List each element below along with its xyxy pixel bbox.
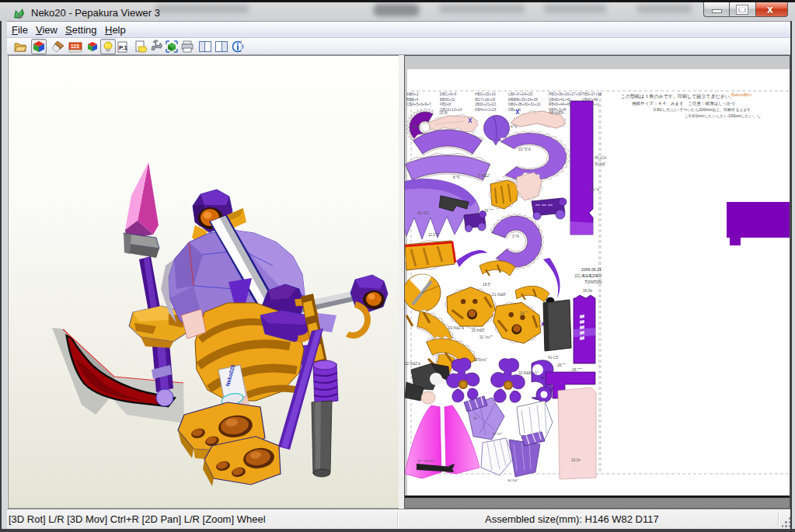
svg-text:7.%&2ˇ: 7.%&2ˇ: [478, 174, 490, 178]
svg-text:こ0.印1mmしたいしたい100mmしたい。し: こ0.印1mmしたいしたい100mmしたい。し: [685, 113, 761, 119]
svg-text:この型紙は１枚のみです。印刷して組立てぎださい。: この型紙は１枚のみです。印刷して組立てぎださい。: [621, 93, 734, 99]
svg-text:LBK+F+24+25: LBK+F+24+25: [508, 92, 532, 96]
svg-text:BalmdBrv: BalmdBrv: [731, 92, 751, 97]
svg-text:用紙サイズ：Ａ４、みます ご注意：紙厚はしっかり: 用紙サイズ：Ａ４、みます ご注意：紙厚はしっかり: [632, 101, 736, 106]
svg-text:123: 123: [71, 43, 79, 49]
svg-text:43.ˇA: 43.ˇA: [591, 188, 600, 192]
svg-text:39.0b: 39.0b: [583, 289, 592, 293]
svg-text:MBBB+33+34+35: MBBB+33+34+35: [508, 98, 538, 102]
svg-text:23.2n: 23.2n: [571, 458, 581, 462]
svg-text:41-C5: 41-C5: [548, 356, 558, 360]
svg-text:15.5r: 15.5r: [439, 111, 448, 115]
svg-text:25.%&5ˇ: 25.%&5ˇ: [472, 329, 486, 332]
svg-text:35.!ˇ/!&/CC/ˇ: 35.!ˇ/!&/CC/ˇ: [417, 459, 436, 463]
svg-text:32.%&2ˇa: 32.%&2ˇa: [405, 362, 420, 366]
svg-text:34.%&ˇˇ: 34.%&ˇˇ: [507, 478, 520, 482]
svg-text:0.81/し/たにいでついたら100mm以上、印刷するとき0: 0.81/し/たにいでついたら100mm以上、印刷するとき0: [654, 107, 750, 113]
svg-text:TB5+37+38: TB5+37+38: [582, 92, 601, 96]
svg-text:8.*0: 8.*0: [453, 176, 460, 179]
svg-text:5.*0: 5.*0: [413, 125, 420, 129]
svg-text:2006.06.21: 2006.06.21: [581, 267, 601, 272]
svg-text:10.*0ˇA: 10.*0ˇA: [518, 148, 532, 151]
svg-text:ABN+2: ABN+2: [406, 92, 419, 96]
svg-text:33.%2ˇˇ: 33.%2ˇˇ: [492, 432, 504, 436]
svg-text:DBC+8+9: DBC+8+9: [440, 92, 456, 96]
svg-text:P.1: P.1: [119, 44, 128, 51]
svg-text:32.%&8(m/)ˇ: 32.%&8(m/)ˇ: [518, 371, 539, 375]
svg-text:KBH+I+J+23: KBH+I+J+23: [475, 108, 497, 112]
svg-text:16.%&5r: 16.%&5r: [549, 111, 564, 115]
svg-text:TONTON: TONTON: [584, 280, 601, 284]
svg-text:(C) ÆΔÆΖÆΗ: (C) ÆΔÆΖÆΗ: [574, 273, 601, 278]
svg-text:3.*A: 3.*A: [512, 235, 520, 238]
svg-text:36.ˇˇ: 36.ˇˇ: [473, 416, 480, 420]
svg-text:IB17+18+19: IB17+18+19: [475, 98, 495, 102]
svg-text:24.ˇˇ: 24.ˇˇ: [520, 311, 528, 315]
svg-text:QB40+41+42: QB40+41+42: [549, 98, 571, 102]
svg-text:JB00+21+22: JB00+21+22: [475, 103, 497, 106]
svg-text:28.ˇˇˇˇ: 28.ˇˇˇˇ: [572, 368, 582, 372]
svg-text:31.ˇ/m/ˇˇ: 31.ˇ/m/ˇˇ: [479, 336, 493, 339]
svg-text:18.5ˇ: 18.5ˇ: [483, 283, 491, 287]
svg-text:PBO+36+26+27+39: PBO+36+26+27+39: [549, 92, 582, 96]
svg-text:31.5(m/)ˇ: 31.5(m/)ˇ: [473, 358, 488, 362]
svg-text:28.ˇˇˇ: 28.ˇˇˇ: [557, 363, 566, 367]
svg-text:BB00+11: BB00+11: [440, 98, 455, 102]
svg-text:42.-CC: 42.-CC: [417, 211, 430, 215]
svg-text:NB0+28+30+31+32: NB0+28+30+31+32: [508, 103, 541, 106]
svg-text:11.0ˇ5: 11.0ˇ5: [428, 233, 439, 237]
svg-text:CBA+5+6+9+7: CBA+5+6+9+7: [406, 103, 431, 106]
svg-text:20.%&2ˇa: 20.%&2ˇa: [448, 326, 464, 330]
svg-text:21.%&8ˇ: 21.%&8ˇ: [492, 293, 507, 297]
svg-text:BBB+4: BBB+4: [406, 98, 418, 102]
svg-text:FB0+8: FB0+8: [440, 103, 452, 106]
svg-text:HBG+15+16: HBG+15+16: [475, 92, 496, 96]
svg-text:26.ˇˇˇˇ: 26.ˇˇˇˇ: [484, 209, 494, 213]
svg-text:30.%&ˇ: 30.%&ˇ: [595, 162, 606, 166]
svg-text:45.+CA: 45.+CA: [595, 156, 606, 160]
